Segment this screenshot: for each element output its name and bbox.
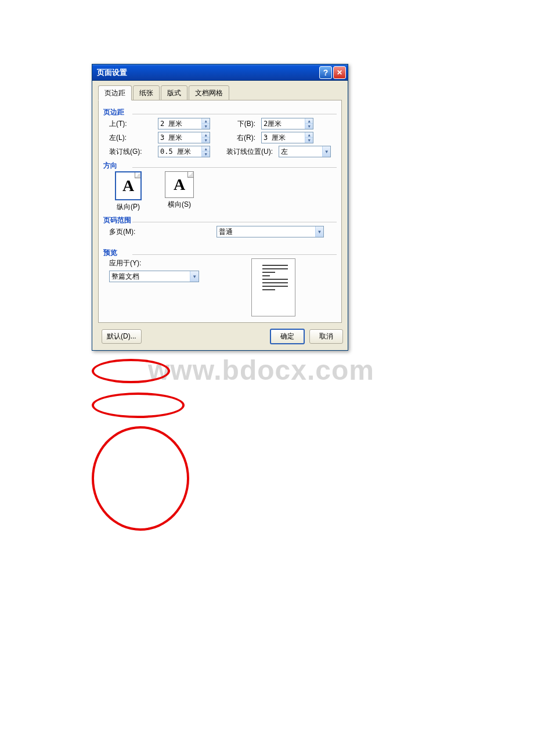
tab-layout[interactable]: 版式 bbox=[161, 85, 187, 100]
orientation-landscape-label: 横向(S) bbox=[168, 200, 191, 208]
input-left[interactable]: ▲ ▼ bbox=[158, 132, 210, 143]
spin-up-icon[interactable]: ▲ bbox=[202, 146, 210, 152]
page-setup-dialog: 页面设置 ? ✕ 页边距 纸张 版式 文档网格 页边距 上(T): ▲ bbox=[92, 64, 348, 351]
input-gutter-field[interactable] bbox=[158, 146, 201, 157]
label-left: 左(L): bbox=[109, 133, 156, 143]
spin-up-icon[interactable]: ▲ bbox=[305, 132, 313, 138]
legend-page-range: 页码范围 bbox=[103, 215, 131, 226]
label-gutter-pos: 装订线位置(U): bbox=[218, 147, 276, 157]
annotation-ellipse-2 bbox=[92, 393, 185, 418]
legend-preview: 预览 bbox=[103, 248, 117, 259]
input-right-field[interactable] bbox=[262, 132, 305, 143]
chevron-down-icon[interactable]: ▼ bbox=[190, 271, 199, 282]
select-apply-to[interactable]: ▼ bbox=[109, 271, 199, 282]
dialog-title: 页面设置 bbox=[97, 67, 318, 78]
annotation-ellipse-3 bbox=[92, 426, 189, 531]
tabs: 页边距 纸张 版式 文档网格 bbox=[98, 85, 342, 100]
label-apply-to: 应用于(Y): bbox=[109, 258, 199, 268]
spin-down-icon[interactable]: ▼ bbox=[202, 138, 210, 143]
input-left-field[interactable] bbox=[158, 132, 201, 143]
label-multi-pages: 多页(M): bbox=[109, 227, 135, 237]
dialog-body: 页边距 纸张 版式 文档网格 页边距 上(T): ▲ ▼ bbox=[92, 81, 348, 325]
spin-down-icon[interactable]: ▼ bbox=[202, 124, 210, 129]
orientation-landscape[interactable]: A 横向(S) bbox=[165, 171, 194, 212]
select-multi-pages[interactable]: ▼ bbox=[217, 226, 324, 237]
spin-down-icon[interactable]: ▼ bbox=[202, 152, 210, 157]
input-top[interactable]: ▲ ▼ bbox=[158, 118, 210, 129]
tab-doc-grid[interactable]: 文档网格 bbox=[189, 85, 229, 100]
default-button[interactable]: 默认(D)... bbox=[102, 329, 142, 344]
dialog-footer: 默认(D)... 确定 取消 bbox=[92, 325, 348, 350]
chevron-down-icon[interactable]: ▼ bbox=[315, 226, 324, 237]
label-bottom: 下(B): bbox=[218, 119, 259, 129]
watermark-text: www.bdocx.com bbox=[148, 354, 374, 386]
close-button[interactable]: ✕ bbox=[333, 66, 346, 79]
orientation-portrait-label: 纵向(P) bbox=[117, 203, 140, 211]
select-gutter-pos[interactable]: ▼ bbox=[279, 146, 331, 157]
help-button[interactable]: ? bbox=[319, 66, 332, 79]
input-bottom-field[interactable] bbox=[262, 118, 305, 129]
fieldset-page-range: 页码范围 多页(M): ▼ bbox=[103, 215, 337, 237]
spin-up-icon[interactable]: ▲ bbox=[202, 132, 210, 138]
cancel-button[interactable]: 取消 bbox=[309, 329, 343, 344]
label-top: 上(T): bbox=[109, 119, 156, 129]
fieldset-preview: 预览 应用于(Y): ▼ bbox=[103, 248, 337, 316]
input-gutter[interactable]: ▲ ▼ bbox=[158, 146, 210, 157]
landscape-icon: A bbox=[165, 171, 194, 198]
input-bottom[interactable]: ▲ ▼ bbox=[261, 118, 313, 129]
select-apply-to-field[interactable] bbox=[110, 271, 190, 282]
titlebar[interactable]: 页面设置 ? ✕ bbox=[92, 64, 348, 81]
orientation-portrait[interactable]: A 纵向(P) bbox=[115, 171, 142, 212]
legend-margins: 页边距 bbox=[103, 107, 124, 118]
ok-button[interactable]: 确定 bbox=[270, 329, 305, 344]
spin-down-icon[interactable]: ▼ bbox=[305, 138, 313, 143]
input-top-field[interactable] bbox=[158, 118, 201, 129]
legend-orientation: 方向 bbox=[103, 161, 117, 172]
tab-paper[interactable]: 纸张 bbox=[133, 85, 160, 100]
tab-panel-margins: 页边距 上(T): ▲ ▼ 下(B): ▲ bbox=[98, 100, 342, 323]
spin-up-icon[interactable]: ▲ bbox=[305, 118, 313, 124]
label-right: 右(R): bbox=[218, 133, 259, 143]
tab-margins[interactable]: 页边距 bbox=[98, 85, 132, 100]
fieldset-margins: 页边距 上(T): ▲ ▼ 下(B): ▲ bbox=[103, 107, 337, 157]
portrait-icon: A bbox=[115, 171, 142, 200]
select-gutter-pos-field[interactable] bbox=[279, 146, 322, 157]
preview-page-icon bbox=[251, 258, 295, 316]
chevron-down-icon[interactable]: ▼ bbox=[322, 146, 330, 157]
spin-down-icon[interactable]: ▼ bbox=[305, 124, 313, 129]
annotation-ellipse-1 bbox=[92, 359, 170, 383]
label-gutter: 装订线(G): bbox=[109, 147, 156, 157]
input-right[interactable]: ▲ ▼ bbox=[261, 132, 313, 143]
select-multi-pages-field[interactable] bbox=[217, 226, 315, 237]
fieldset-orientation: 方向 A 纵向(P) A 横向(S) bbox=[103, 161, 337, 212]
spin-up-icon[interactable]: ▲ bbox=[202, 118, 210, 124]
